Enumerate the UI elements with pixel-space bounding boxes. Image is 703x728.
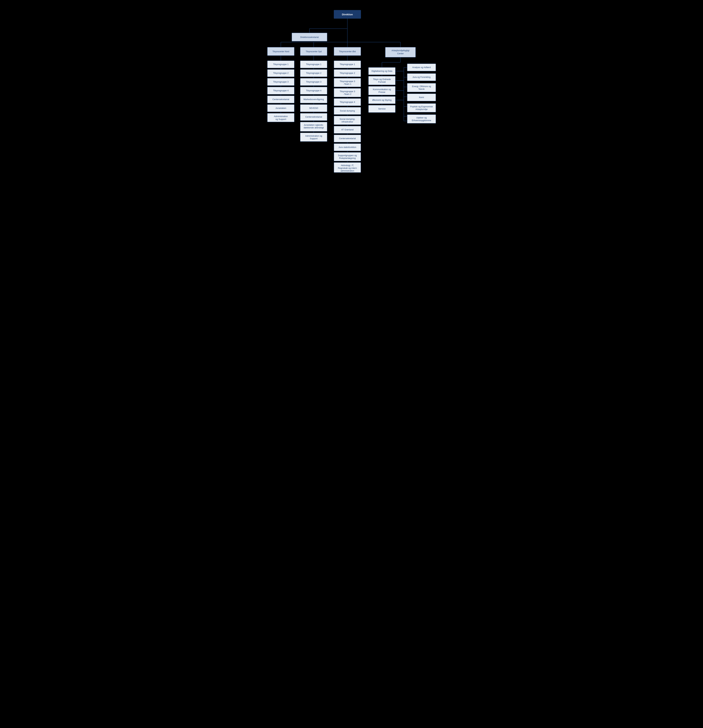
svg-text:og Support: og Support: [276, 118, 286, 120]
svg-text:dækkende  aktindsigt: dækkende aktindsigt: [303, 126, 324, 129]
amf-right-4: [407, 104, 436, 112]
tilsynscenter-syd-label: Tilsynscenter Syd: [306, 51, 322, 53]
svg-text:Psykisk og Ergonomisk: Psykisk og Ergonomisk: [410, 105, 433, 108]
direktionssekretariat-label: Direktionssekretariat: [300, 36, 319, 38]
svg-text:-Team 2: -Team 2: [343, 93, 351, 95]
svg-text:Tilsynsgruppe 2: Tilsynsgruppe 2: [306, 72, 321, 74]
svg-text:Tilsynsgruppe 1: Tilsynsgruppe 1: [273, 63, 289, 65]
svg-text:administration: administration: [341, 169, 354, 172]
amf-right-5: [407, 114, 436, 123]
svg-text:Markedsovervågning: Markedsovervågning: [303, 98, 324, 101]
svg-text:Centersekretariat: Centersekretariat: [339, 137, 356, 140]
tilsynscenter-ost-label: Tilsynscenter Øst: [339, 50, 356, 53]
svg-text:Aktindsigt, IT,: Aktindsigt, IT,: [341, 164, 354, 167]
svg-text:Tilsyn og Ordnede: Tilsyn og Ordnede: [373, 78, 391, 81]
svg-text:Tilsynsgruppe 2: Tilsynsgruppe 2: [340, 72, 355, 74]
svg-text:Teknik: Teknik: [418, 88, 424, 90]
direktion-label: Direktion: [342, 13, 353, 16]
svg-text:Erhvervssygdomme: Erhvervssygdomme: [412, 119, 431, 121]
svg-text:Ruteplanlægning: Ruteplanlægning: [339, 157, 355, 159]
svg-text:Forhold: Forhold: [378, 81, 385, 83]
svg-text:Tilsynsgruppe 4: Tilsynsgruppe 4: [340, 101, 355, 103]
svg-text:Tilsynsgruppe 3: Tilsynsgruppe 3: [273, 81, 289, 83]
svg-text:Administration og: Administration og: [305, 134, 322, 137]
svg-text:Tilsynsgruppe 3: Tilsynsgruppe 3: [306, 81, 321, 83]
svg-text:Økonomi og Styring: Økonomi og Styring: [372, 99, 391, 101]
svg-text:Presse: Presse: [378, 91, 385, 93]
svg-text:Tilsynsgruppe 3: Tilsynsgruppe 3: [340, 90, 355, 92]
svg-text:Supportgruppen og: Supportgruppen og: [338, 154, 357, 157]
svg-text:Jura stabsfunktion: Jura stabsfunktion: [338, 146, 356, 149]
svg-text:Service: Service: [378, 107, 385, 110]
svg-text:Social dumping-: Social dumping-: [339, 118, 355, 120]
svg-text:Energi, Offshore og: Energi, Offshore og: [412, 85, 431, 88]
ost-item-2: [334, 78, 361, 87]
svg-text:AT Grønland: AT Grønland: [341, 129, 354, 131]
svg-text:Regnskab og intern: Regnskab og intern: [338, 167, 357, 169]
svg-text:Administration: Administration: [274, 115, 287, 118]
svg-text:Digitalisering og Data: Digitalisering og Data: [371, 70, 393, 72]
tilsynscenter-nord-label: Tilsynscenter Nord: [273, 51, 289, 53]
svg-text:Tilsynsgruppe 2: Tilsynsgruppe 2: [273, 72, 289, 74]
svg-text:Analyse og Adfærd: Analyse og Adfærd: [412, 66, 431, 69]
ost-item-3: [334, 88, 361, 97]
amf-right-2: [407, 83, 436, 92]
svg-text:Tilsynsgruppe 1: Tilsynsgruppe 1: [306, 63, 321, 65]
svg-text:Centersekretariat: Centersekretariat: [273, 98, 289, 101]
svg-text:Ulykker og: Ulykker og: [416, 116, 427, 119]
svg-text:Arbejdsmiljø: Arbejdsmiljø: [416, 108, 427, 111]
svg-text:Jura og Forenkling: Jura og Forenkling: [412, 76, 430, 78]
svg-text:Tilsynsgruppe 4: Tilsynsgruppe 4: [306, 89, 321, 92]
ost-item-6: [334, 116, 361, 125]
svg-text:Tilsynsgruppe 4: Tilsynsgruppe 4: [273, 89, 289, 92]
svg-text:Jurastaben: Jurastaben: [275, 107, 286, 109]
amf-label: Arbejdsmiljøfagligt: [391, 49, 409, 52]
svg-text:Tilsynsgruppe 3: Tilsynsgruppe 3: [340, 80, 355, 82]
svg-text:Social dumping: Social dumping: [340, 110, 355, 112]
svg-text:infrastruktur: infrastruktur: [342, 120, 353, 123]
amf-left-2: [368, 86, 396, 95]
svg-text:-Team 1: -Team 1: [343, 83, 351, 85]
svg-text:Kommunikation og: Kommunikation og: [373, 88, 391, 91]
svg-text:Jurastaben oglands-: Jurastaben oglands-: [304, 124, 323, 126]
svg-text:SEVESO: SEVESO: [309, 107, 318, 109]
svg-text:Kemi: Kemi: [419, 96, 424, 98]
syd-item-8: [300, 133, 327, 142]
ost-item-10: [334, 152, 361, 161]
amf-left-1: [368, 76, 396, 85]
svg-text:Tilsynsgruppe 1: Tilsynsgruppe 1: [340, 63, 355, 65]
nord-item-6: [267, 113, 294, 122]
svg-text:Center: Center: [397, 52, 404, 55]
svg-text:Centersekretariat: Centersekretariat: [305, 116, 322, 118]
svg-text:Support: Support: [310, 137, 318, 140]
